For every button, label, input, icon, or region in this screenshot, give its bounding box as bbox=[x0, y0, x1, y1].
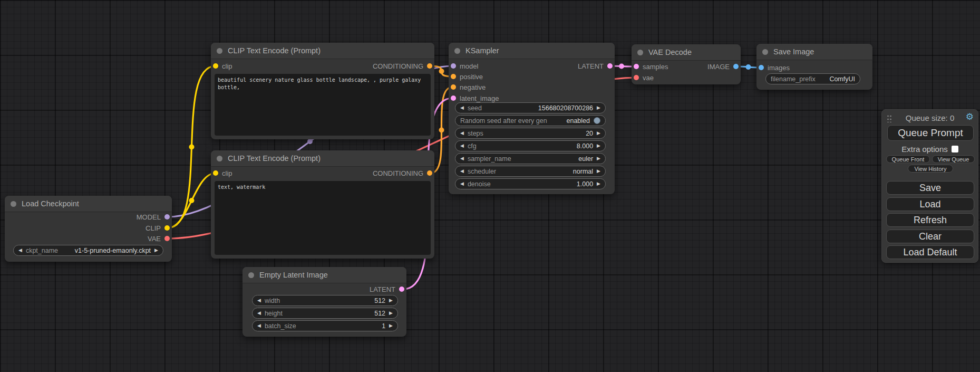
node-vae-decode[interactable]: VAE Decode samples vae IMAGE bbox=[632, 44, 741, 84]
conditioning-port-dot[interactable] bbox=[451, 74, 456, 79]
input-port-images[interactable]: images bbox=[759, 62, 790, 73]
output-port-clip[interactable]: CLIP bbox=[145, 223, 170, 233]
settings-gear-icon[interactable]: ⚙ bbox=[966, 111, 974, 122]
node-title-bar[interactable]: CLIP Text Encode (Prompt) bbox=[211, 43, 434, 59]
input-port-clip[interactable]: clip bbox=[213, 61, 232, 71]
toggle-dot[interactable] bbox=[594, 117, 600, 124]
output-port-conditioning[interactable]: CONDITIONING bbox=[373, 61, 432, 71]
node-title-bar[interactable]: Load Checkpoint bbox=[5, 196, 172, 212]
input-port-negative[interactable]: negative bbox=[451, 82, 486, 92]
output-port-vae[interactable]: VAE bbox=[148, 233, 170, 244]
height-widget[interactable]: ◀ height 512 ▶ bbox=[252, 308, 398, 319]
conditioning-port-dot[interactable] bbox=[427, 63, 432, 69]
latent-port-dot[interactable] bbox=[634, 64, 639, 69]
ckpt-name-widget[interactable]: ◀ ckpt_name v1-5-pruned-emaonly.ckpt ▶ bbox=[13, 245, 163, 256]
drag-handle[interactable] bbox=[887, 115, 891, 122]
node-title-bar[interactable]: Save Image bbox=[756, 44, 872, 60]
cfg-widget[interactable]: ◀ cfg 8.000 ▶ bbox=[455, 140, 606, 151]
input-port-samples[interactable]: samples bbox=[634, 61, 668, 72]
save-button[interactable]: Save bbox=[886, 181, 974, 195]
refresh-button[interactable]: Refresh bbox=[886, 213, 974, 227]
prompt-textarea[interactable]: beautiful scenery nature glass bottle la… bbox=[215, 74, 431, 136]
node-clip-text-encode-positive[interactable]: CLIP Text Encode (Prompt) clip CONDITION… bbox=[211, 43, 434, 139]
batch-size-widget[interactable]: ◀ batch_size 1 ▶ bbox=[252, 320, 398, 331]
arrow-left-icon[interactable]: ◀ bbox=[460, 106, 464, 110]
collapse-dot-icon[interactable] bbox=[454, 48, 460, 54]
node-empty-latent-image[interactable]: Empty Latent Image LATENT ◀ width 512 ▶ … bbox=[242, 267, 406, 337]
latent-port-dot[interactable] bbox=[451, 96, 456, 101]
node-title-bar[interactable]: KSampler bbox=[449, 43, 615, 59]
random-seed-widget[interactable]: Random seed after every gen enabled bbox=[455, 115, 606, 126]
denoise-widget[interactable]: ◀ denoise 1.000 ▶ bbox=[455, 178, 606, 189]
arrow-right-icon[interactable]: ▶ bbox=[597, 131, 600, 136]
vae-port-dot[interactable] bbox=[164, 236, 170, 241]
conditioning-port-dot[interactable] bbox=[451, 84, 456, 90]
arrow-right-icon[interactable]: ▶ bbox=[597, 182, 600, 186]
clip-port-dot[interactable] bbox=[164, 225, 170, 231]
arrow-left-icon[interactable]: ◀ bbox=[460, 182, 464, 186]
input-port-positive[interactable]: positive bbox=[451, 71, 483, 82]
collapse-dot-icon[interactable] bbox=[217, 156, 222, 161]
arrow-right-icon[interactable]: ▶ bbox=[389, 311, 393, 316]
latent-port-dot[interactable] bbox=[607, 63, 613, 69]
node-title-bar[interactable]: VAE Decode bbox=[632, 44, 741, 61]
collapse-dot-icon[interactable] bbox=[762, 49, 768, 55]
arrow-left-icon[interactable]: ◀ bbox=[460, 131, 464, 136]
node-save-image[interactable]: Save Image images filename_prefix ComfyU… bbox=[756, 44, 872, 90]
load-default-button[interactable]: Load Default bbox=[886, 245, 974, 259]
node-title-bar[interactable]: CLIP Text Encode (Prompt) bbox=[211, 150, 434, 167]
input-port-model[interactable]: model bbox=[451, 61, 478, 71]
node-clip-text-encode-negative[interactable]: CLIP Text Encode (Prompt) clip CONDITION… bbox=[211, 150, 434, 259]
output-port-latent[interactable]: LATENT bbox=[578, 61, 613, 71]
arrow-left-icon[interactable]: ◀ bbox=[257, 323, 261, 328]
steps-widget[interactable]: ◀ steps 20 ▶ bbox=[455, 128, 606, 139]
output-port-latent[interactable]: LATENT bbox=[370, 284, 404, 294]
filename-prefix-widget[interactable]: filename_prefix ComfyUI bbox=[765, 73, 860, 84]
width-widget[interactable]: ◀ width 512 ▶ bbox=[252, 295, 398, 306]
arrow-left-icon[interactable]: ◀ bbox=[257, 298, 261, 303]
arrow-left-icon[interactable]: ◀ bbox=[257, 311, 261, 316]
node-title-bar[interactable]: Empty Latent Image bbox=[242, 267, 406, 283]
collapse-dot-icon[interactable] bbox=[11, 201, 16, 207]
clip-port-dot[interactable] bbox=[213, 170, 218, 176]
clear-button[interactable]: Clear bbox=[886, 230, 974, 243]
image-port-dot[interactable] bbox=[733, 64, 739, 69]
clip-port-dot[interactable] bbox=[213, 63, 218, 69]
arrow-right-icon[interactable]: ▶ bbox=[597, 144, 600, 148]
arrow-left-icon[interactable]: ◀ bbox=[460, 169, 464, 174]
queue-panel[interactable]: Queue size: 0 ⚙ Queue Prompt Extra optio… bbox=[881, 109, 978, 263]
input-port-vae[interactable]: vae bbox=[634, 72, 654, 83]
view-history-button[interactable]: View History bbox=[908, 165, 953, 173]
arrow-right-icon[interactable]: ▶ bbox=[389, 323, 393, 328]
arrow-right-icon[interactable]: ▶ bbox=[597, 169, 600, 174]
arrow-left-icon[interactable]: ◀ bbox=[460, 144, 464, 148]
output-port-model[interactable]: MODEL bbox=[137, 212, 170, 222]
collapse-dot-icon[interactable] bbox=[248, 272, 254, 278]
collapse-dot-icon[interactable] bbox=[637, 50, 643, 55]
sampler-name-widget[interactable]: ◀ sampler_name euler ▶ bbox=[455, 153, 606, 164]
image-port-dot[interactable] bbox=[759, 65, 764, 70]
latent-port-dot[interactable] bbox=[399, 287, 404, 292]
seed-widget[interactable]: ◀ seed 156680208700286 ▶ bbox=[455, 102, 606, 113]
model-port-dot[interactable] bbox=[451, 63, 456, 69]
input-port-clip[interactable]: clip bbox=[213, 168, 232, 178]
load-button[interactable]: Load bbox=[886, 197, 974, 211]
conditioning-port-dot[interactable] bbox=[427, 170, 432, 176]
model-port-dot[interactable] bbox=[164, 214, 170, 220]
prompt-textarea[interactable]: text, watermark bbox=[215, 181, 431, 255]
arrow-left-icon[interactable]: ◀ bbox=[18, 248, 22, 253]
arrow-right-icon[interactable]: ▶ bbox=[154, 248, 158, 253]
arrow-right-icon[interactable]: ▶ bbox=[597, 106, 600, 110]
output-port-conditioning[interactable]: CONDITIONING bbox=[373, 168, 432, 178]
input-port-latent-image[interactable]: latent_image bbox=[451, 93, 499, 103]
extra-options-checkbox[interactable] bbox=[952, 146, 958, 152]
collapse-dot-icon[interactable] bbox=[217, 48, 222, 54]
vae-port-dot[interactable] bbox=[634, 75, 639, 80]
arrow-right-icon[interactable]: ▶ bbox=[597, 156, 600, 161]
graph-canvas[interactable]: Load Checkpoint MODEL CLIP VAE ◀ ckpt_na… bbox=[0, 0, 980, 372]
view-queue-button[interactable]: View Queue bbox=[932, 155, 975, 163]
queue-prompt-button[interactable]: Queue Prompt bbox=[887, 125, 974, 141]
scheduler-widget[interactable]: ◀ scheduler normal ▶ bbox=[455, 166, 606, 177]
node-load-checkpoint[interactable]: Load Checkpoint MODEL CLIP VAE ◀ ckpt_na… bbox=[5, 196, 172, 262]
output-port-image[interactable]: IMAGE bbox=[707, 61, 739, 72]
